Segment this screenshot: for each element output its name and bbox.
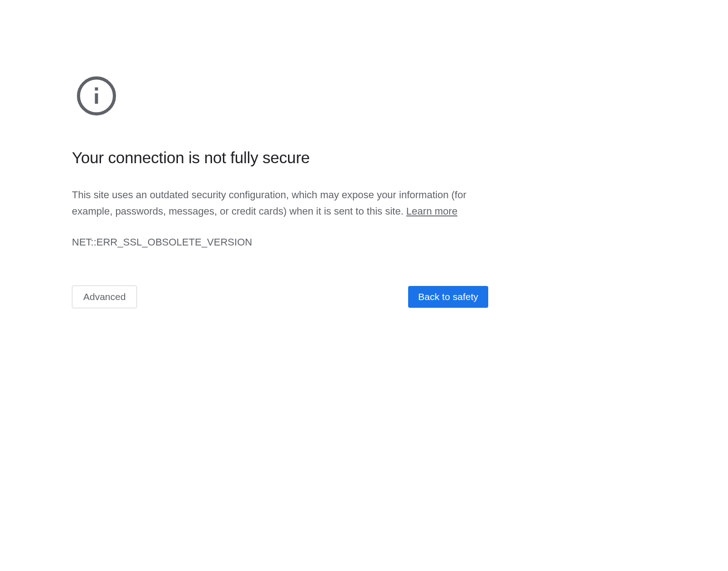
back-to-safety-button[interactable]: Back to safety [408,286,488,308]
button-row: Advanced Back to safety [72,286,488,308]
svg-rect-1 [95,87,98,90]
icon-wrapper [76,75,488,117]
security-warning-container: Your connection is not fully secure This… [72,0,488,308]
advanced-button[interactable]: Advanced [72,286,137,308]
svg-rect-2 [95,93,98,104]
learn-more-link[interactable]: Learn more [406,205,458,217]
error-code: NET::ERR_SSL_OBSOLETE_VERSION [72,236,488,248]
page-title: Your connection is not fully secure [72,149,488,167]
info-icon [76,75,117,117]
warning-description: This site uses an outdated security conf… [72,187,488,220]
